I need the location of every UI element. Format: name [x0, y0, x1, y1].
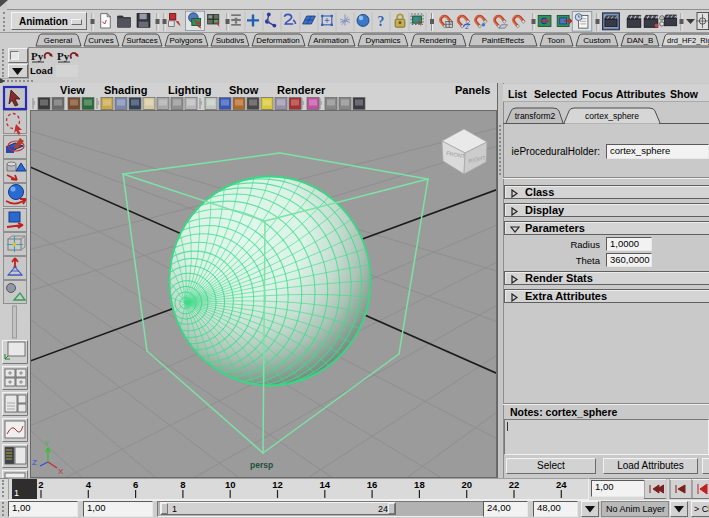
svg-text:X: X	[58, 467, 64, 476]
svg-text:Py: Py	[31, 50, 44, 62]
svg-text:PaintEffects: PaintEffects	[482, 36, 525, 45]
svg-text:Custom: Custom	[583, 36, 611, 45]
svg-text:Subdivs: Subdivs	[216, 36, 244, 45]
svg-text:DAN_B: DAN_B	[627, 36, 654, 45]
svg-text:Z: Z	[32, 458, 37, 467]
svg-text:Toon: Toon	[547, 36, 564, 45]
svg-text:8: 8	[180, 479, 185, 490]
svg-text:?: ?	[378, 14, 385, 29]
svg-text:22: 22	[509, 479, 520, 490]
svg-text:Deformation: Deformation	[256, 36, 300, 45]
svg-text:Curves: Curves	[88, 36, 113, 45]
svg-text:Polygons: Polygons	[170, 36, 203, 45]
svg-text:6: 6	[133, 479, 138, 490]
svg-text:cortex_sphere: cortex_sphere	[585, 111, 639, 121]
svg-text:10: 10	[225, 479, 236, 490]
svg-text:14: 14	[320, 479, 331, 490]
svg-text:General: General	[44, 36, 73, 45]
svg-text:Y: Y	[44, 439, 50, 448]
svg-text:Animation: Animation	[313, 36, 349, 45]
svg-text:20: 20	[461, 479, 472, 490]
svg-text:drd_HF2_RiggingToo: drd_HF2_RiggingToo	[667, 36, 709, 45]
svg-text:Rendering: Rendering	[420, 36, 457, 45]
svg-text:Dynamics: Dynamics	[365, 36, 400, 45]
svg-text:24: 24	[556, 479, 567, 490]
svg-text:12: 12	[272, 479, 283, 490]
svg-text:Surfaces: Surfaces	[126, 36, 158, 45]
svg-text:16: 16	[367, 479, 378, 490]
svg-text:4: 4	[86, 479, 92, 490]
svg-text:2: 2	[38, 479, 43, 490]
svg-text:transform2: transform2	[515, 111, 556, 121]
svg-text:Py: Py	[57, 50, 70, 62]
svg-text:persp: persp	[250, 460, 273, 470]
svg-text:18: 18	[414, 479, 425, 490]
